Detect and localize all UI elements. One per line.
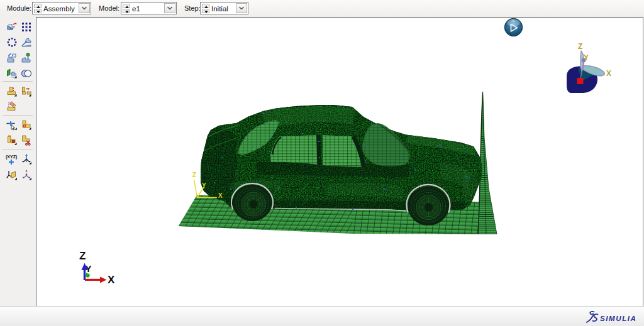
svg-text:X: X — [218, 192, 223, 199]
svg-text:Y: Y — [584, 53, 589, 62]
svg-text:Y: Y — [202, 182, 206, 189]
svg-text:3D: 3D — [511, 19, 516, 23]
svg-text:·: · — [506, 26, 507, 30]
svg-text:·: · — [520, 26, 521, 30]
svg-text:(XYZ): (XYZ) — [6, 155, 17, 160]
svg-text:X: X — [108, 274, 115, 286]
svg-text:X: X — [606, 69, 611, 78]
svg-text:Z: Z — [192, 171, 196, 178]
svg-text:Z: Z — [578, 42, 582, 51]
svg-text:SIMULIA: SIMULIA — [600, 315, 636, 322]
svg-text:Z: Z — [79, 250, 86, 262]
svg-text:··: ·· — [513, 33, 514, 36]
